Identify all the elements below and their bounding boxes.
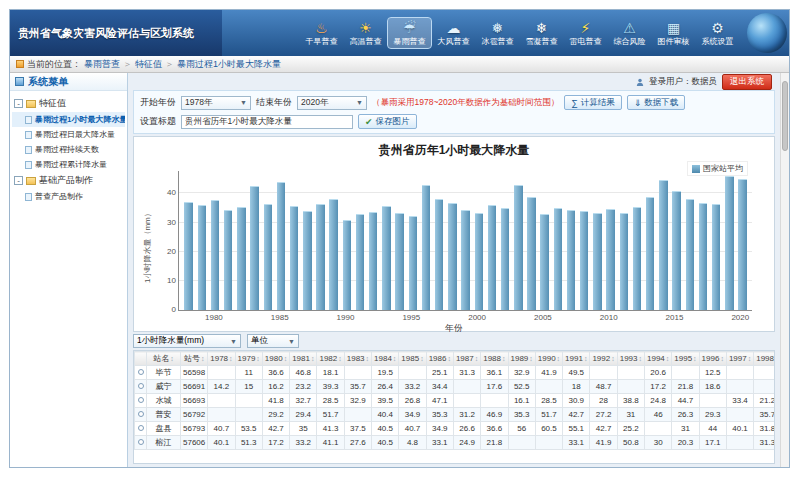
sort-icon[interactable]: ↕ [611,355,615,362]
expander-icon[interactable]: - [14,99,23,108]
column-header-year[interactable]: 1980↕ [262,352,289,366]
nav-item-5[interactable]: ❅冰雹普查 [476,18,519,48]
unit-filter-select[interactable]: 单位▼ [247,334,299,348]
calculate-button[interactable]: ∑计算结果 [564,95,621,110]
save-image-button[interactable]: ✔保存图片 [358,114,417,129]
sort-icon[interactable]: ↕ [447,355,451,362]
row-select-icon[interactable] [138,439,144,445]
sort-icon[interactable]: ↕ [311,355,315,362]
table-row[interactable]: 普安5679229.229.451.740.434.935.331.246.93… [135,408,776,422]
table-scroll-area[interactable]: 站名↕站号↕1978↕1979↕1980↕1981↕1982↕1983↕1984… [133,350,775,464]
sort-icon[interactable]: ↕ [366,355,370,362]
column-header-year[interactable]: 1995↕ [672,352,699,366]
nav-item-8[interactable]: ⚠综合风险 [608,18,651,48]
sidebar-item[interactable]: 普查产品制作 [12,189,125,204]
element-filter-select[interactable]: 1小时降水量(mm)▼ [133,334,241,348]
row-select-icon[interactable] [138,369,144,375]
sidebar-item[interactable]: 暴雨过程1小时最大降水量 [12,112,125,127]
column-header-year[interactable]: 1986↕ [426,352,453,366]
download-button[interactable]: ⇓数据下载 [627,95,686,110]
sort-icon[interactable]: ↕ [748,355,752,362]
value-cell: 16.2 [262,380,289,394]
column-header-year[interactable]: 1987↕ [453,352,480,366]
x-tick-label [181,313,193,322]
sidebar-group-2[interactable]: -基础产品制作 [12,172,125,189]
sort-icon[interactable]: ↕ [170,355,174,362]
column-header-year[interactable]: 1979↕ [235,352,262,366]
sort-icon[interactable]: ↕ [639,355,643,362]
table-row[interactable]: 毕节565981136.646.818.119.525.131.336.132.… [135,366,776,380]
table-row[interactable]: 榕江5760640.151.317.233.241.127.640.54.833… [135,436,776,450]
row-select-icon[interactable] [138,411,144,417]
expander-icon[interactable]: - [14,176,23,185]
sort-icon[interactable]: ↕ [666,355,670,362]
sort-icon[interactable]: ↕ [201,355,205,362]
nav-item-2[interactable]: ☀高温普查 [344,18,387,48]
column-header-year[interactable]: 1991↕ [563,352,590,366]
column-header-year[interactable]: 1997↕ [726,352,753,366]
sort-icon[interactable]: ↕ [693,355,697,362]
column-header-year[interactable]: 1994↕ [645,352,672,366]
column-header-year[interactable]: 1990↕ [535,352,562,366]
nav-item-3[interactable]: ☔暴雨普查 [388,18,431,48]
table-row[interactable]: 水城5669341.832.728.532.939.526.847.116.12… [135,394,776,408]
column-header-year[interactable]: 1978↕ [208,352,235,366]
sort-icon[interactable]: ↕ [229,355,233,362]
sort-icon[interactable]: ↕ [720,355,724,362]
chevron-down-icon: ▼ [288,338,295,345]
column-header-year[interactable]: 1984↕ [372,352,399,366]
sidebar-item[interactable]: 暴雨过程累计降水量 [12,157,125,172]
vertical-scrollbar-thumb[interactable] [782,81,788,151]
nav-item-6[interactable]: ❄雪凝普查 [520,18,563,48]
column-header[interactable]: 站号↕ [181,352,208,366]
row-select-icon[interactable] [138,397,144,403]
bar-slot [472,171,485,310]
sort-icon[interactable]: ↕ [284,355,288,362]
nav-item-4[interactable]: ☁大风普查 [432,18,475,48]
vertical-scrollbar[interactable] [780,73,789,467]
bar-1996 [422,185,430,310]
column-header-year[interactable]: 1983↕ [344,352,371,366]
row-select-icon[interactable] [138,425,144,431]
nav-item-9[interactable]: ▦图件审核 [652,18,695,48]
column-header-year[interactable]: 1998↕ [754,352,775,366]
sort-icon[interactable]: ↕ [475,355,479,362]
column-header-year[interactable]: 1985↕ [399,352,426,366]
row-select-icon[interactable] [138,383,144,389]
sort-icon[interactable]: ↕ [529,355,533,362]
sort-icon[interactable]: ↕ [393,355,397,362]
chart-title-input[interactable] [181,115,353,129]
nav-item-1[interactable]: ♨干旱普查 [300,18,343,48]
sidebar-item[interactable]: 暴雨过程日最大降水量 [12,127,125,142]
sort-icon[interactable]: ↕ [502,355,506,362]
sidebar-item[interactable]: 暴雨过程持续天数 [12,142,125,157]
nav-item-7[interactable]: ⚡雷电普查 [564,18,607,48]
x-tick-label [707,313,719,322]
table-row[interactable]: 威宁5669114.21516.223.239.335.726.433.234.… [135,380,776,394]
x-tick-label [456,313,468,322]
value-cell [235,394,262,408]
breadcrumb-item[interactable]: 暴雨过程1小时最大降水量 [177,58,281,71]
column-header-year[interactable]: 1992↕ [590,352,617,366]
column-header[interactable]: 站名↕ [147,352,181,366]
start-year-select[interactable]: 1978年▼ [181,96,251,110]
column-header-year[interactable]: 1989↕ [508,352,535,366]
column-header-year[interactable]: 1996↕ [699,352,726,366]
sort-icon[interactable]: ↕ [256,355,260,362]
column-header-year[interactable]: 1982↕ [317,352,344,366]
breadcrumb-item[interactable]: 暴雨普查 [84,58,120,71]
column-header-year[interactable]: 1988↕ [481,352,508,366]
sort-icon[interactable]: ↕ [338,355,342,362]
sort-icon[interactable]: ↕ [557,355,561,362]
bar-1979 [198,205,206,310]
column-header-year[interactable]: 1981↕ [290,352,317,366]
column-header-year[interactable]: 1993↕ [617,352,644,366]
sort-icon[interactable]: ↕ [584,355,588,362]
end-year-select[interactable]: 2020年▼ [297,96,367,110]
table-row[interactable]: 盘县5679340.753.542.73541.337.540.540.734.… [135,422,776,436]
breadcrumb-item[interactable]: 特征值 [135,58,162,71]
logout-button[interactable]: 退出系统 [722,74,772,90]
sort-icon[interactable]: ↕ [420,355,424,362]
nav-item-10[interactable]: ⚙系统设置 [696,18,739,48]
sidebar-group-1[interactable]: -特征值 [12,95,125,112]
